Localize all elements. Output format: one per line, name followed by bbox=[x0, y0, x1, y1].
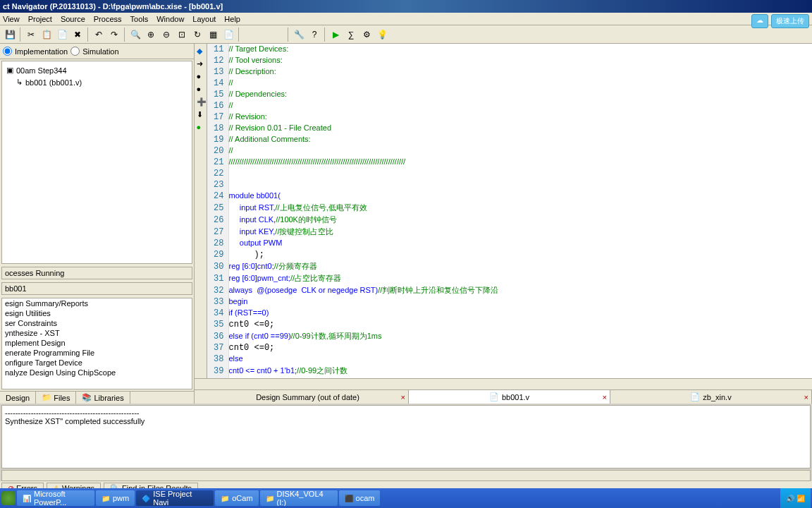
task-item[interactable]: 📁DISK4_VOL4 (I:) bbox=[260, 490, 338, 506]
system-tray[interactable]: 🔊 📶 bbox=[780, 488, 811, 508]
code-line[interactable]: if (RST==0) bbox=[228, 308, 498, 319]
task-item[interactable]: 📊Microsoft PowerP... bbox=[17, 490, 94, 506]
menu-source[interactable]: Source bbox=[61, 15, 85, 23]
code-line[interactable]: // Description: bbox=[228, 66, 498, 78]
code-line[interactable]: // Revision: bbox=[228, 111, 498, 123]
cloud-button[interactable]: ☁ bbox=[751, 14, 768, 28]
hierarchy-tree[interactable]: ▣ 00am Step344 ↳ bb001 (bb001.v) bbox=[1, 61, 192, 264]
proc-item[interactable]: ser Constraints bbox=[2, 318, 192, 328]
code-line[interactable]: cnt0 <= cnt0 + 1'b1;//0-99之间计数 bbox=[228, 365, 498, 377]
bookmark-icon[interactable]: ◆ bbox=[197, 47, 205, 55]
code-line[interactable] bbox=[228, 168, 498, 179]
proc-item[interactable]: esign Summary/Reports bbox=[2, 298, 192, 308]
console[interactable]: ----------------------------------------… bbox=[1, 405, 811, 468]
code-line[interactable]: input RST,//上电复位信号,低电平有效 bbox=[228, 202, 498, 214]
run-icon[interactable]: ▶ bbox=[328, 28, 343, 42]
code-line[interactable]: // bbox=[228, 145, 498, 157]
save-icon[interactable]: 💾 bbox=[3, 28, 17, 42]
zoom-out-icon[interactable]: ⊖ bbox=[159, 28, 173, 42]
code-line[interactable]: reg [6:0]cnt0;//分频寄存器 bbox=[228, 260, 498, 272]
code-line[interactable]: module bb001( bbox=[228, 190, 498, 202]
code-line[interactable]: input CLK,//100K的时钟信号 bbox=[228, 214, 498, 226]
proc-item[interactable]: ynthesize - XST bbox=[2, 328, 192, 338]
code-line[interactable] bbox=[228, 179, 498, 190]
tree-root[interactable]: ▣ 00am Step344 bbox=[5, 64, 189, 76]
code-line[interactable]: // Target Devices: bbox=[228, 44, 498, 55]
tab-zbxin[interactable]: 📄zb_xin.v× bbox=[610, 390, 812, 404]
code-line[interactable]: // Dependencies: bbox=[228, 89, 498, 100]
check-icon[interactable]: ● bbox=[197, 123, 205, 131]
tool-icon[interactable]: ▦ bbox=[206, 28, 220, 42]
marker-icon[interactable]: ● bbox=[197, 85, 205, 93]
zoom-in-icon[interactable]: ⊕ bbox=[144, 28, 158, 42]
step-icon[interactable]: ∑ bbox=[344, 28, 358, 42]
hscrollbar[interactable] bbox=[195, 378, 812, 389]
arrow-icon[interactable]: ➜ bbox=[197, 59, 205, 68]
close-icon[interactable]: × bbox=[603, 393, 607, 401]
task-item[interactable]: 🔷ISE Project Navi bbox=[136, 490, 214, 506]
menu-process[interactable]: Process bbox=[94, 15, 122, 23]
code-line[interactable]: // Revision 0.01 - File Created bbox=[228, 123, 498, 134]
code-line[interactable]: cnt0 <=0; bbox=[228, 342, 498, 353]
code-line[interactable]: // bbox=[228, 78, 498, 89]
code-line[interactable]: always @(posedge CLK or negedge RST)//判断… bbox=[228, 284, 498, 296]
menu-help[interactable]: Help bbox=[224, 15, 240, 23]
menu-tools[interactable]: Tools bbox=[130, 15, 149, 23]
cut-icon[interactable]: ✂ bbox=[24, 28, 38, 42]
code-line[interactable]: ); bbox=[228, 249, 498, 260]
tab-bb001[interactable]: 📄bb001.v× bbox=[409, 390, 610, 404]
proc-item[interactable]: enerate Programming File bbox=[2, 348, 192, 358]
find-icon[interactable]: 🔍 bbox=[128, 28, 142, 42]
page-icon[interactable]: 📄 bbox=[221, 28, 235, 42]
impl-radio[interactable] bbox=[3, 47, 12, 56]
console-scrollbar[interactable] bbox=[1, 470, 811, 481]
tab-design[interactable]: Design bbox=[0, 392, 36, 404]
tab-libraries[interactable]: 📚Libraries bbox=[76, 392, 130, 404]
tab-files[interactable]: 📁Files bbox=[36, 392, 76, 404]
code-line[interactable]: else bbox=[228, 353, 498, 365]
code-line[interactable]: output PWM bbox=[228, 238, 498, 249]
proc-item[interactable]: mplement Design bbox=[2, 338, 192, 348]
proc-item[interactable]: nalyze Design Using ChipScope bbox=[2, 368, 192, 377]
process-list[interactable]: esign Summary/Reports esign Utilities se… bbox=[1, 298, 192, 389]
copy-icon[interactable]: 📋 bbox=[39, 28, 54, 42]
code-line[interactable]: begin bbox=[228, 296, 498, 308]
delete-icon[interactable]: ✖ bbox=[70, 28, 85, 42]
impl-icon[interactable]: ⚙ bbox=[359, 28, 374, 42]
code-line[interactable]: cnt0 <=0; bbox=[228, 319, 498, 330]
menu-layout[interactable]: Layout bbox=[192, 15, 216, 23]
tree-child[interactable]: ↳ bb001 (bb001.v) bbox=[5, 76, 189, 88]
code-line[interactable]: // Tool versions: bbox=[228, 55, 498, 66]
paste-icon[interactable]: 📄 bbox=[55, 28, 69, 42]
tab-design-summary[interactable]: Design Summary (out of date)× bbox=[207, 390, 409, 404]
code-line[interactable]: input KEY,//按键控制占空比 bbox=[228, 226, 498, 238]
arrow-down-icon[interactable]: ⬇ bbox=[197, 110, 205, 119]
undo-icon[interactable]: ↶ bbox=[92, 28, 106, 42]
upload-button[interactable]: 极速上传 bbox=[771, 14, 809, 28]
plus-icon[interactable]: ➕ bbox=[197, 97, 205, 106]
zoom-fit-icon[interactable]: ⊡ bbox=[175, 28, 189, 42]
menu-view[interactable]: View bbox=[3, 15, 20, 23]
redo-icon[interactable]: ↷ bbox=[107, 28, 121, 42]
lightbulb-icon[interactable]: 💡 bbox=[375, 28, 389, 42]
marker-icon[interactable]: ● bbox=[197, 72, 205, 80]
code-line[interactable]: reg [6:0]pwm_cnt;//占空比寄存器 bbox=[228, 272, 498, 284]
refresh-icon[interactable]: ↻ bbox=[190, 28, 204, 42]
menu-window[interactable]: Window bbox=[156, 15, 184, 23]
help-icon[interactable]: ? bbox=[307, 28, 321, 42]
sim-radio[interactable] bbox=[70, 47, 80, 56]
wrench-icon[interactable]: 🔧 bbox=[292, 28, 306, 42]
code-editor[interactable]: ◆ ➜ ● ● ➕ ⬇ ● 11// Target Devices: 12// … bbox=[195, 44, 812, 404]
start-button[interactable] bbox=[1, 491, 16, 505]
code-line[interactable]: else if (cnt0 ==99)//0-99计数,循环周期为1ms bbox=[228, 330, 498, 342]
task-item[interactable]: 📁oCam bbox=[215, 490, 258, 506]
menu-project[interactable]: Project bbox=[28, 15, 52, 23]
close-icon[interactable]: × bbox=[804, 393, 808, 401]
code-line[interactable]: // Additional Comments: bbox=[228, 134, 498, 145]
proc-item[interactable]: onfigure Target Device bbox=[2, 358, 192, 368]
task-item[interactable]: ⬛ocam bbox=[339, 490, 381, 506]
close-icon[interactable]: × bbox=[401, 393, 405, 401]
code-line[interactable]: ////////////////////////////////////////… bbox=[228, 157, 498, 168]
proc-item[interactable]: esign Utilities bbox=[2, 308, 192, 318]
task-item[interactable]: 📁pwm bbox=[96, 490, 135, 506]
